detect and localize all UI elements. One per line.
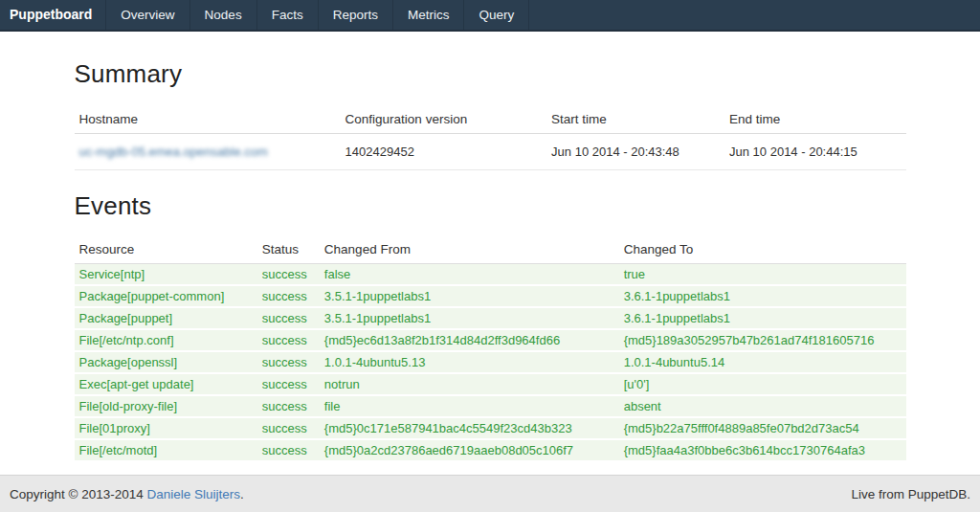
- table-row: Exec[apt-get update] success notrun [u'0…: [75, 373, 906, 395]
- event-changed-to: absent: [619, 395, 906, 417]
- summary-col-end-time: End time: [724, 104, 905, 134]
- event-resource: File[old-proxy-file]: [75, 395, 257, 417]
- event-status: success: [257, 329, 320, 351]
- table-row: Package[puppet-common] success 3.5.1-1pu…: [75, 285, 906, 307]
- navbar: Puppetboard Overview Nodes Facts Reports…: [0, 0, 980, 32]
- nav-item: Metrics: [393, 0, 465, 30]
- event-changed-from: 3.5.1-1puppetlabs1: [320, 285, 619, 307]
- event-status: success: [257, 264, 320, 286]
- events-table-body: Service[ntp] success false true Package[…: [75, 264, 906, 462]
- main-content: Summary Hostname Configuration version S…: [0, 32, 980, 475]
- event-resource: Package[openssl]: [75, 351, 257, 373]
- table-row: File[/etc/motd] success {md5}0a2cd23786a…: [75, 439, 906, 461]
- nav-item: Facts: [257, 0, 319, 30]
- footer: Copyright © 2013-2014 Daniele Sluijters.…: [0, 475, 980, 512]
- summary-col-start-time: Start time: [546, 104, 724, 134]
- summary-header-row: Hostname Configuration version Start tim…: [75, 104, 906, 134]
- event-changed-to: 1.0.1-4ubuntu5.14: [619, 351, 906, 373]
- event-changed-from: {md5}ec6d13a8f2b1f314d84d2ff3d964fd66: [320, 329, 619, 351]
- event-status: success: [257, 285, 320, 307]
- event-status: success: [257, 373, 320, 395]
- event-resource: Service[ntp]: [75, 264, 257, 286]
- nav-item-link[interactable]: Query: [464, 0, 528, 30]
- event-changed-from: 3.5.1-1puppetlabs1: [320, 307, 619, 329]
- event-changed-to: {md5}189a3052957b47b261ad74f181605716: [619, 329, 906, 351]
- nav-item: Reports: [319, 0, 393, 30]
- nav-items: Overview Nodes Facts Reports Metrics Que…: [106, 0, 529, 30]
- event-status: success: [257, 351, 320, 373]
- event-changed-from: {md5}0c171e587941bac4c5549f23cd43b323: [320, 417, 619, 439]
- events-col-status: Status: [257, 234, 320, 264]
- event-status: success: [257, 417, 320, 439]
- table-row: Package[openssl] success 1.0.1-4ubuntu5.…: [75, 351, 906, 373]
- event-changed-to: [u'0']: [619, 373, 906, 395]
- table-row: File[/etc/ntp.conf] success {md5}ec6d13a…: [75, 329, 906, 351]
- event-resource: Exec[apt-get update]: [75, 373, 257, 395]
- summary-col-config-version: Configuration version: [341, 104, 547, 134]
- event-changed-to: {md5}faa4a3f0bbe6c3b614bcc1730764afa3: [619, 439, 906, 461]
- summary-col-hostname: Hostname: [75, 104, 341, 134]
- copyright-text: Copyright © 2013-2014 Daniele Sluijters.: [10, 487, 244, 501]
- start-time-value: Jun 10 2014 - 20:43:48: [546, 134, 724, 170]
- event-resource: Package[puppet]: [75, 307, 257, 329]
- events-header-row: Resource Status Changed From Changed To: [75, 234, 906, 264]
- hostname-link[interactable]: uc-mgdb-05.emea.opensable.com: [79, 145, 268, 159]
- nav-item-link[interactable]: Facts: [257, 0, 318, 30]
- table-row: Package[puppet] success 3.5.1-1puppetlab…: [75, 307, 906, 329]
- event-changed-to: true: [619, 264, 906, 286]
- nav-item: Overview: [106, 0, 189, 30]
- nav-item: Nodes: [190, 0, 257, 30]
- event-resource: File[/etc/motd]: [75, 439, 257, 461]
- events-heading: Events: [75, 170, 906, 221]
- event-changed-from: 1.0.1-4ubuntu5.13: [320, 351, 619, 373]
- events-col-changed-from: Changed From: [320, 234, 619, 264]
- copyright-suffix: .: [240, 487, 244, 501]
- nav-item-link[interactable]: Reports: [319, 0, 392, 30]
- event-resource: Package[puppet-common]: [75, 285, 257, 307]
- puppetdb-status-text: Live from PuppetDB.: [851, 487, 970, 501]
- summary-table: Hostname Configuration version Start tim…: [75, 104, 906, 170]
- event-resource: File[01proxy]: [75, 417, 257, 439]
- brand-puppetboard[interactable]: Puppetboard: [0, 0, 106, 30]
- events-col-resource: Resource: [75, 234, 257, 264]
- event-status: success: [257, 439, 320, 461]
- table-row: Service[ntp] success false true: [75, 264, 906, 286]
- event-changed-to: 3.6.1-1puppetlabs1: [619, 285, 906, 307]
- nav-item: Query: [464, 0, 529, 30]
- events-table: Resource Status Changed From Changed To …: [75, 234, 906, 462]
- nav-item-link[interactable]: Nodes: [190, 0, 256, 30]
- author-link[interactable]: Daniele Sluijters: [147, 487, 241, 501]
- end-time-value: Jun 10 2014 - 20:44:15: [724, 134, 905, 170]
- event-changed-from: {md5}0a2cd23786aed6719aaeb08d05c106f7: [320, 439, 619, 461]
- nav-item-link[interactable]: Overview: [106, 0, 189, 30]
- table-row: File[old-proxy-file] success file absent: [75, 395, 906, 417]
- event-changed-from: file: [320, 395, 619, 417]
- event-changed-to: 3.6.1-1puppetlabs1: [619, 307, 906, 329]
- event-status: success: [257, 395, 320, 417]
- summary-heading: Summary: [75, 32, 906, 89]
- table-row: File[01proxy] success {md5}0c171e587941b…: [75, 417, 906, 439]
- event-changed-to: {md5}b22a75fff0f4889a85fe07bd2d73ac54: [619, 417, 906, 439]
- config-version-value: 1402429452: [341, 134, 547, 170]
- events-col-changed-to: Changed To: [619, 234, 906, 264]
- event-resource: File[/etc/ntp.conf]: [75, 329, 257, 351]
- summary-row: uc-mgdb-05.emea.opensable.com 1402429452…: [75, 134, 906, 170]
- event-changed-from: false: [320, 264, 619, 286]
- event-changed-from: notrun: [320, 373, 619, 395]
- event-status: success: [257, 307, 320, 329]
- nav-item-link[interactable]: Metrics: [393, 0, 464, 30]
- copyright-prefix: Copyright © 2013-2014: [10, 487, 147, 501]
